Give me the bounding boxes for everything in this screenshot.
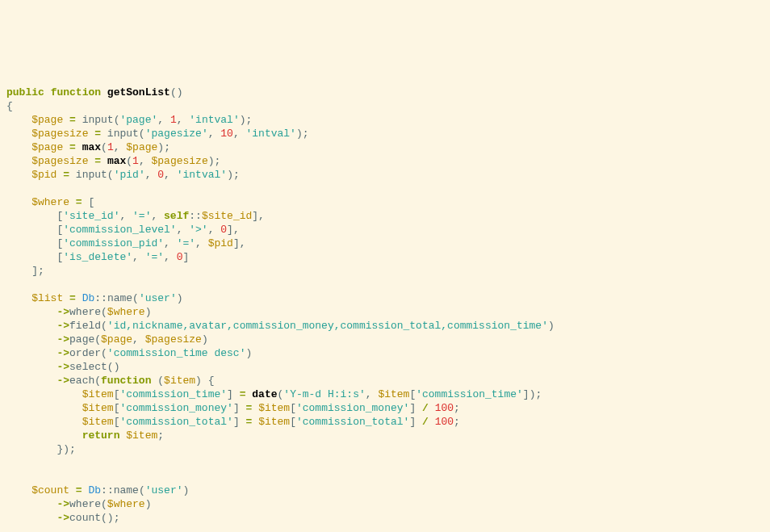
code-token: ],	[227, 224, 240, 236]
code-token: $where	[107, 498, 145, 510]
code-token: ,	[119, 210, 132, 222]
code-token: =	[76, 484, 82, 496]
code-token: max	[107, 155, 126, 167]
code-token: 'commission_time'	[119, 388, 227, 400]
code-token: [	[290, 416, 296, 428]
code-token: 'commission_time'	[416, 388, 523, 400]
code-token: public	[6, 86, 44, 98]
code-token: );	[208, 155, 221, 167]
code-token: $pagesize	[31, 128, 88, 140]
code-token: [	[6, 237, 63, 249]
code-token: 'commission_total'	[119, 416, 232, 428]
code-token: 'id,nickname,avatar,commission_money,com…	[107, 320, 548, 332]
code-token: 'intval'	[246, 128, 296, 140]
code-token: {	[6, 100, 13, 112]
code-token: )	[145, 498, 152, 510]
code-token: 'commission_money'	[296, 402, 409, 414]
code-token	[6, 498, 56, 510]
code-token: 'is_delete'	[63, 251, 132, 263]
code-token: $where	[107, 306, 145, 318]
code-token	[429, 402, 435, 414]
code-token: ()	[170, 86, 183, 98]
code-token: ,	[164, 237, 177, 249]
code-token: input(	[69, 169, 114, 181]
code-block: public function getSonList() { $page = i…	[6, 58, 764, 532]
code-token: $page	[101, 333, 132, 346]
code-token	[252, 416, 258, 428]
code-token: ]	[233, 402, 246, 414]
code-token: where(	[69, 306, 107, 318]
code-token: 'commission_pid'	[63, 237, 164, 249]
code-token: 1	[107, 141, 114, 153]
code-token: 0	[220, 224, 227, 236]
code-token: ,	[208, 128, 221, 140]
code-token: function	[51, 86, 101, 98]
code-token: $item	[82, 416, 114, 428]
code-token: ::	[189, 210, 202, 222]
code-token	[6, 155, 31, 167]
code-token	[6, 114, 31, 126]
code-token: $pagesize	[152, 155, 208, 167]
code-token: )	[548, 320, 554, 332]
code-token: ,	[233, 128, 246, 140]
code-token: 'commission_time desc'	[107, 347, 246, 359]
code-token	[6, 484, 31, 496]
code-token: 1	[170, 114, 177, 126]
code-token: $list	[31, 292, 63, 304]
code-token	[63, 114, 69, 126]
code-token: =	[63, 169, 69, 181]
code-token	[6, 196, 31, 208]
code-token	[6, 512, 56, 524]
code-token	[6, 347, 56, 359]
code-token: '>'	[189, 224, 207, 236]
code-token: ]	[409, 416, 422, 428]
code-token: );	[157, 141, 170, 153]
code-token: ,	[164, 169, 177, 181]
code-token: $page	[31, 141, 63, 153]
code-token: (	[151, 375, 164, 387]
code-token: /	[422, 416, 429, 428]
code-token: ,	[139, 155, 152, 167]
code-token: ,	[177, 114, 190, 126]
code-token: $count	[31, 484, 69, 496]
code-token	[76, 141, 82, 153]
code-token	[429, 416, 435, 428]
code-token: '='	[177, 237, 195, 249]
code-token: ;	[157, 429, 164, 442]
code-token: input(	[101, 128, 145, 140]
code-token	[6, 128, 31, 140]
code-token	[76, 292, 82, 304]
code-token: [	[6, 251, 63, 263]
code-token: )	[202, 333, 208, 346]
code-token: count();	[69, 512, 119, 524]
code-token: 'user'	[139, 292, 177, 304]
code-token: $pagesize	[31, 155, 88, 167]
code-token: (	[101, 141, 107, 153]
code-token: ->	[56, 320, 69, 332]
code-token: $item	[164, 375, 195, 387]
code-token: $where	[31, 196, 69, 208]
code-token: $item	[258, 416, 290, 428]
code-token: ;	[454, 416, 460, 428]
code-token: ,	[177, 224, 190, 236]
code-token	[252, 402, 258, 414]
code-token: $item	[126, 429, 157, 442]
php-code: public function getSonList() { $page = i…	[6, 86, 764, 532]
code-token: $item	[82, 402, 114, 414]
code-token: return	[82, 429, 120, 442]
code-token: 100	[435, 416, 454, 428]
code-token: 'page'	[119, 114, 157, 126]
code-token: ]	[409, 402, 422, 414]
code-token: $item	[378, 388, 409, 400]
code-token	[6, 429, 82, 442]
code-token: $site_id	[202, 210, 252, 222]
code-token: ,	[132, 333, 145, 346]
code-token	[6, 333, 56, 346]
code-token: )	[245, 347, 252, 359]
code-token: $page	[126, 141, 157, 153]
code-token: 100	[435, 402, 454, 414]
code-token: [	[290, 402, 296, 414]
code-token: ->	[56, 512, 69, 524]
code-token: ],	[252, 210, 265, 222]
code-token	[6, 141, 31, 153]
